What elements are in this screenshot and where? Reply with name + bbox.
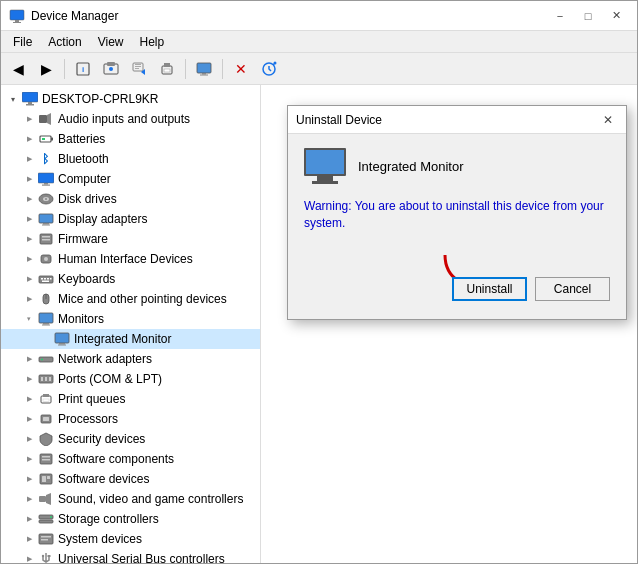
svg-rect-1 <box>15 20 19 22</box>
dialog-buttons: Uninstall Cancel <box>304 277 610 305</box>
title-bar: Device Manager − □ ✕ <box>1 1 637 31</box>
svg-rect-6 <box>107 62 115 66</box>
dialog-warning: Warning: You are about to uninstall this… <box>304 198 610 232</box>
dialog-device-name: Integrated Monitor <box>358 159 464 174</box>
content-area: ▾ DESKTOP-CPRL9KR ▶ Audio inputs and <box>1 85 637 563</box>
title-bar-controls: − □ ✕ <box>547 6 629 26</box>
dialog-device-header: Integrated Monitor <box>304 148 610 184</box>
svg-rect-17 <box>200 74 208 75</box>
main-window: Device Manager − □ ✕ File Action View He… <box>0 0 638 564</box>
svg-rect-0 <box>10 10 24 20</box>
dialog-content: Integrated Monitor Warning: You are abou… <box>288 134 626 319</box>
menu-file[interactable]: File <box>5 33 40 51</box>
toolbar-update-button[interactable] <box>126 57 152 81</box>
title-bar-left: Device Manager <box>9 8 118 24</box>
toolbar-separator-1 <box>64 59 65 79</box>
monitor-base <box>312 181 338 184</box>
monitor-screen <box>304 148 346 176</box>
window-icon <box>9 8 25 24</box>
svg-rect-13 <box>164 63 170 67</box>
dialog-backdrop: Uninstall Device ✕ Integrated Monitor <box>1 85 637 563</box>
svg-point-7 <box>109 67 113 71</box>
svg-rect-9 <box>135 64 141 65</box>
close-button[interactable]: ✕ <box>603 6 629 26</box>
restore-button[interactable]: □ <box>575 6 601 26</box>
svg-rect-11 <box>135 68 139 69</box>
menu-help[interactable]: Help <box>132 33 173 51</box>
svg-rect-16 <box>202 73 206 75</box>
toolbar-scan-button[interactable] <box>98 57 124 81</box>
dialog-monitor-icon <box>304 148 346 184</box>
toolbar-print-button[interactable] <box>154 57 180 81</box>
toolbar-monitor-button[interactable] <box>191 57 217 81</box>
toolbar-properties-button[interactable]: i <box>70 57 96 81</box>
cancel-button[interactable]: Cancel <box>535 277 610 301</box>
svg-point-19 <box>274 61 277 64</box>
toolbar: ◀ ▶ i <box>1 53 637 85</box>
svg-rect-10 <box>135 66 141 67</box>
dialog-action-area: Uninstall Cancel <box>304 250 610 305</box>
forward-button[interactable]: ▶ <box>33 57 59 81</box>
menu-bar: File Action View Help <box>1 31 637 53</box>
toolbar-separator-3 <box>222 59 223 79</box>
window-title: Device Manager <box>31 9 118 23</box>
menu-view[interactable]: View <box>90 33 132 51</box>
toolbar-uninstall-button[interactable]: ✕ <box>228 57 254 81</box>
toolbar-scan-hardware-button[interactable] <box>256 57 282 81</box>
uninstall-button[interactable]: Uninstall <box>452 277 527 301</box>
svg-rect-2 <box>13 22 21 23</box>
svg-rect-15 <box>197 63 211 73</box>
svg-rect-14 <box>164 69 170 72</box>
dialog-title: Uninstall Device <box>296 113 382 127</box>
svg-text:i: i <box>82 65 84 74</box>
menu-action[interactable]: Action <box>40 33 89 51</box>
dialog-title-bar: Uninstall Device ✕ <box>288 106 626 134</box>
toolbar-separator-2 <box>185 59 186 79</box>
back-button[interactable]: ◀ <box>5 57 31 81</box>
dialog-close-button[interactable]: ✕ <box>598 111 618 129</box>
minimize-button[interactable]: − <box>547 6 573 26</box>
uninstall-dialog: Uninstall Device ✕ Integrated Monitor <box>287 105 627 320</box>
